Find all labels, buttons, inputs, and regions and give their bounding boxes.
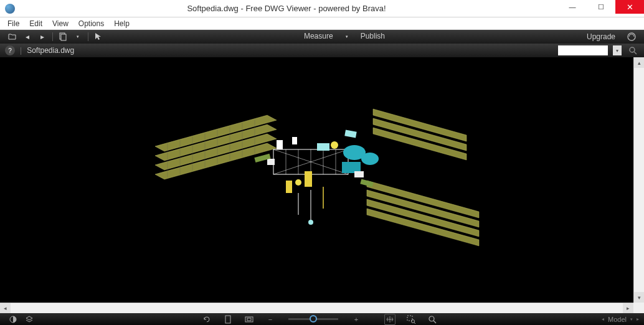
svg-line-57 xyxy=(414,323,415,324)
svg-rect-36 xyxy=(305,171,312,187)
vertical-scrollbar[interactable]: ▴ ▾ xyxy=(633,57,644,303)
model-next-icon[interactable]: ▸ xyxy=(637,316,639,322)
drawing-content xyxy=(99,84,535,258)
svg-rect-50 xyxy=(344,130,356,138)
toolbar-primary: ◂ ▸ ▾ Measure ▾ Publish Upgrade xyxy=(0,30,644,44)
svg-rect-54 xyxy=(247,318,251,321)
measure-dropdown-icon[interactable]: ▾ xyxy=(342,32,352,42)
model-prev-icon[interactable]: ◂ xyxy=(602,316,604,322)
cursor-icon[interactable] xyxy=(93,32,103,42)
menu-options[interactable]: Options xyxy=(73,18,109,29)
toolbar-secondary: ? | Softpedia.dwg ▾ xyxy=(0,44,644,57)
separator xyxy=(52,32,53,41)
menu-file[interactable]: File xyxy=(2,18,24,29)
svg-line-4 xyxy=(634,52,637,54)
minimize-button[interactable]: — xyxy=(558,0,587,14)
svg-point-33 xyxy=(361,153,379,165)
svg-point-56 xyxy=(412,319,415,323)
scroll-corner xyxy=(633,303,644,313)
app-icon xyxy=(5,4,15,14)
svg-rect-52 xyxy=(225,316,230,323)
svg-rect-41 xyxy=(292,137,297,144)
close-button[interactable]: ✕ xyxy=(615,0,644,14)
back-icon[interactable]: ◂ xyxy=(22,32,32,42)
model-dropdown-icon[interactable]: ▾ xyxy=(630,317,633,322)
pan-icon[interactable] xyxy=(384,314,395,325)
zoom-region-icon[interactable] xyxy=(405,314,417,325)
info-icon[interactable]: ? xyxy=(5,45,15,55)
maximize-button[interactable]: ☐ xyxy=(587,0,615,14)
search-dropdown-icon[interactable]: ▾ xyxy=(613,45,622,55)
separator xyxy=(88,32,88,41)
svg-rect-42 xyxy=(267,159,275,165)
brava-icon[interactable] xyxy=(627,32,637,42)
folder-open-icon[interactable] xyxy=(7,32,17,42)
upgrade-button[interactable]: Upgrade xyxy=(583,32,619,41)
fit-icon[interactable] xyxy=(244,314,255,325)
publish-button[interactable]: Publish xyxy=(357,32,389,42)
window-title: Softpedia.dwg - Free DWG Viewer - powere… xyxy=(15,4,558,13)
scroll-right-icon[interactable]: ▸ xyxy=(623,303,633,313)
svg-rect-37 xyxy=(286,181,292,193)
window-controls: — ☐ ✕ xyxy=(558,0,644,17)
svg-line-59 xyxy=(433,321,436,323)
menu-view[interactable]: View xyxy=(47,18,73,29)
svg-rect-53 xyxy=(245,317,253,322)
zoom-in-icon[interactable]: + xyxy=(351,314,362,325)
menu-help[interactable]: Help xyxy=(109,18,135,29)
pages-dropdown-icon[interactable]: ▾ xyxy=(73,32,83,42)
svg-rect-43 xyxy=(354,171,364,177)
svg-point-58 xyxy=(429,316,434,321)
menu-edit[interactable]: Edit xyxy=(24,18,47,29)
svg-rect-55 xyxy=(407,316,412,321)
zoom-slider[interactable] xyxy=(288,318,338,320)
svg-point-39 xyxy=(295,179,301,186)
svg-point-3 xyxy=(630,47,635,52)
search-input[interactable] xyxy=(558,45,608,55)
rotate-icon[interactable] xyxy=(201,314,212,325)
pages-icon[interactable] xyxy=(58,32,68,42)
filename-label: Softpedia.dwg xyxy=(27,46,74,55)
model-selector[interactable]: Model xyxy=(608,316,627,323)
drawing-viewport[interactable] xyxy=(0,57,633,303)
svg-rect-1 xyxy=(61,34,66,40)
page-icon[interactable] xyxy=(222,314,234,325)
statusbar: − + ◂ Model ▾ ▸ xyxy=(0,313,644,325)
measure-button[interactable]: Measure xyxy=(300,32,337,42)
horizontal-scrollbar[interactable]: ◂ ▸ xyxy=(0,303,633,313)
scroll-left-icon[interactable]: ◂ xyxy=(0,303,11,313)
layers-icon[interactable] xyxy=(24,314,35,325)
zoom-out-icon[interactable]: − xyxy=(265,314,276,325)
search-icon[interactable] xyxy=(627,45,639,55)
titlebar: Softpedia.dwg - Free DWG Viewer - powere… xyxy=(0,0,644,17)
scroll-down-icon[interactable]: ▾ xyxy=(634,292,644,303)
magnify-icon[interactable] xyxy=(427,314,438,325)
menubar: File Edit View Options Help xyxy=(0,17,644,30)
svg-rect-40 xyxy=(277,140,283,149)
svg-point-46 xyxy=(308,220,313,225)
zoom-slider-thumb[interactable] xyxy=(310,315,317,323)
viewport-container: ▴ ▾ xyxy=(0,57,644,303)
svg-rect-35 xyxy=(317,143,329,151)
scroll-track[interactable] xyxy=(11,303,623,313)
contrast-icon[interactable] xyxy=(7,314,19,325)
scroll-up-icon[interactable]: ▴ xyxy=(634,57,644,68)
forward-icon[interactable]: ▸ xyxy=(37,32,47,42)
svg-point-38 xyxy=(331,141,338,149)
